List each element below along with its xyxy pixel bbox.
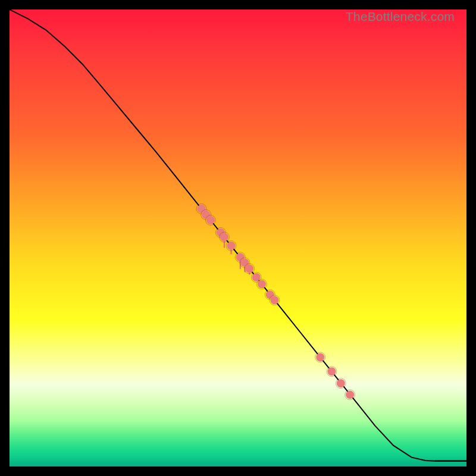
data-point — [327, 367, 336, 375]
data-point — [346, 390, 354, 399]
data-point — [227, 242, 235, 250]
data-points — [196, 203, 355, 400]
data-point — [270, 296, 278, 304]
data-point — [245, 264, 253, 273]
chart-plot-area: TheBottleneck.com — [10, 10, 466, 466]
data-point — [258, 280, 266, 289]
data-point — [252, 273, 261, 281]
data-point — [220, 233, 228, 241]
chart-overlay — [10, 10, 466, 466]
data-point — [337, 379, 345, 387]
chart-stage: TheBottleneck.com — [0, 0, 476, 476]
data-point — [206, 216, 215, 224]
data-point — [316, 353, 324, 361]
